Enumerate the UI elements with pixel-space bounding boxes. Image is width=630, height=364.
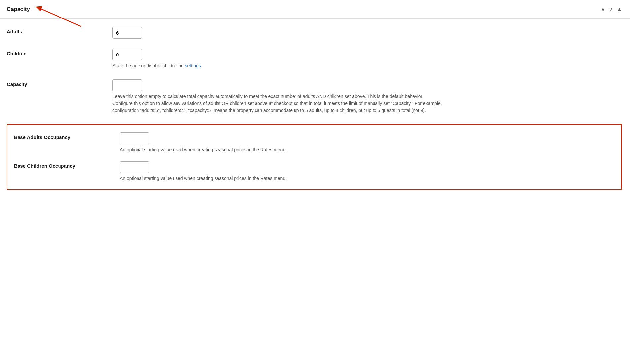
scroll-up-button[interactable]: ∧ — [601, 6, 605, 13]
base-children-input[interactable] — [120, 161, 149, 173]
adults-row: Adults — [7, 27, 622, 39]
children-row: Children State the age or disable childr… — [7, 49, 622, 69]
capacity-input[interactable] — [112, 79, 142, 91]
base-adults-help: An optional starting value used when cre… — [120, 146, 450, 153]
capacity-row: Capacity Leave this option empty to calc… — [7, 79, 622, 114]
children-help: State the age or disable children in set… — [112, 62, 443, 69]
children-input[interactable] — [112, 49, 142, 60]
scroll-down-button[interactable]: ∨ — [609, 6, 613, 13]
children-help-suffix: . — [201, 63, 202, 68]
adults-input[interactable] — [112, 27, 142, 39]
header-controls: ∧ ∨ ▲ — [601, 6, 622, 13]
base-children-help: An optional starting value used when cre… — [120, 175, 450, 182]
adults-label: Adults — [7, 27, 112, 34]
base-adults-field-group: An optional starting value used when cre… — [120, 132, 615, 153]
children-help-prefix: State the age or disable children in — [112, 63, 185, 68]
children-label: Children — [7, 49, 112, 56]
collapse-button[interactable]: ▲ — [617, 6, 622, 12]
capacity-label: Capacity — [7, 79, 112, 87]
page-wrapper: Capacity ∧ ∨ ▲ Adults Children — [0, 0, 630, 364]
base-adults-label: Base Adults Occupancy — [14, 132, 120, 140]
capacity-help: Leave this option empty to calculate tot… — [112, 93, 443, 114]
adults-field-group — [112, 27, 622, 39]
base-children-row: Base Children Occupancy An optional star… — [14, 161, 615, 182]
settings-link[interactable]: settings — [185, 63, 201, 68]
base-children-field-group: An optional starting value used when cre… — [120, 161, 615, 182]
base-adults-input[interactable] — [120, 132, 149, 144]
highlighted-section: Base Adults Occupancy An optional starti… — [7, 124, 622, 190]
base-adults-row: Base Adults Occupancy An optional starti… — [14, 132, 615, 153]
capacity-field-group: Leave this option empty to calculate tot… — [112, 79, 622, 114]
section-header: Capacity ∧ ∨ ▲ — [0, 0, 630, 19]
svg-marker-1 — [36, 6, 42, 11]
base-children-label: Base Children Occupancy — [14, 161, 120, 169]
children-field-group: State the age or disable children in set… — [112, 49, 622, 69]
form-content: Adults Children State the age or disable… — [0, 19, 630, 201]
section-title: Capacity — [7, 6, 30, 13]
